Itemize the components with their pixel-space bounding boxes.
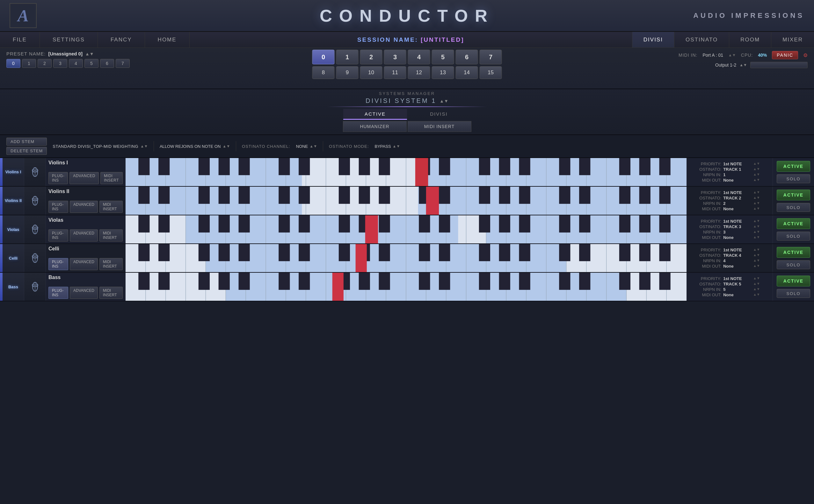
ch-12[interactable]: 12 bbox=[408, 66, 430, 79]
add-stem-btn[interactable]: ADD STEM bbox=[6, 138, 47, 146]
ostinato-arrows-4[interactable]: ▲▼ bbox=[753, 282, 769, 286]
tab-active[interactable]: ACTIVE bbox=[343, 109, 407, 120]
plugins-btn-0[interactable]: PLUG-INS bbox=[48, 172, 68, 184]
ch-2[interactable]: 2 bbox=[360, 50, 382, 64]
ch-1[interactable]: 1 bbox=[336, 50, 358, 64]
nav-room[interactable]: ROOM bbox=[729, 32, 771, 47]
svg-rect-260 bbox=[198, 273, 210, 290]
ch-7[interactable]: 7 bbox=[480, 50, 502, 64]
solo-btn-3[interactable]: SOLO bbox=[777, 260, 810, 269]
preset-slot-7[interactable]: 7 bbox=[116, 59, 130, 68]
nrpn-arrows-0[interactable]: ▲▼ bbox=[753, 172, 769, 177]
nav-divisi[interactable]: DIVISI bbox=[632, 32, 674, 47]
preset-slot-3[interactable]: 3 bbox=[53, 59, 67, 68]
ch-10[interactable]: 10 bbox=[360, 66, 382, 79]
nav-fancy[interactable]: FANCY bbox=[98, 32, 145, 47]
nav-home[interactable]: HOME bbox=[145, 32, 190, 47]
tab-humanizer[interactable]: HUMANIZER bbox=[343, 121, 407, 132]
active-btn-4[interactable]: ACTIVE bbox=[777, 276, 810, 286]
priority-arrows-2[interactable]: ▲▼ bbox=[753, 219, 769, 224]
ch-8[interactable]: 8 bbox=[312, 66, 335, 79]
preset-slot-0[interactable]: 0 bbox=[6, 59, 20, 68]
priority-arrows-3[interactable]: ▲▼ bbox=[753, 248, 769, 252]
stems-container: Violins I Violins I PLUG-INS ADVANCED MI… bbox=[0, 158, 814, 301]
stem-name-1: Violins II bbox=[48, 189, 123, 194]
delete-stem-btn[interactable]: DELETE STEM bbox=[6, 147, 47, 155]
preset-slot-1[interactable]: 1 bbox=[22, 59, 36, 68]
ch-14[interactable]: 14 bbox=[456, 66, 478, 79]
ch-5[interactable]: 5 bbox=[432, 50, 454, 64]
ch-15[interactable]: 15 bbox=[480, 66, 502, 79]
active-btn-0[interactable]: ACTIVE bbox=[777, 161, 810, 172]
solo-btn-1[interactable]: SOLO bbox=[777, 203, 810, 212]
output-arrows-icon[interactable]: ▲▼ bbox=[739, 63, 747, 67]
ostinato-mode-arrows[interactable]: ▲▼ bbox=[392, 144, 400, 148]
rejoins-arrows[interactable]: ▲▼ bbox=[222, 144, 230, 148]
nav-ostinato[interactable]: OSTINATO bbox=[674, 32, 729, 47]
svg-rect-164 bbox=[579, 215, 590, 233]
divisi-system-arrows[interactable]: ▲▼ bbox=[440, 98, 449, 104]
preset-slot-6[interactable]: 6 bbox=[100, 59, 114, 68]
priority-arrows-1[interactable]: ▲▼ bbox=[753, 190, 769, 195]
priority-arrows-4[interactable]: ▲▼ bbox=[753, 276, 769, 281]
solo-btn-2[interactable]: SOLO bbox=[777, 232, 810, 241]
weighting-arrows[interactable]: ▲▼ bbox=[140, 144, 148, 148]
preset-slot-4[interactable]: 4 bbox=[69, 59, 83, 68]
preset-slot-2[interactable]: 2 bbox=[38, 59, 52, 68]
midiout-arrows-3[interactable]: ▲▼ bbox=[753, 264, 769, 269]
active-btn-1[interactable]: ACTIVE bbox=[777, 190, 810, 200]
preset-arrows-icon[interactable]: ▲▼ bbox=[85, 51, 94, 56]
nrpn-arrows-1[interactable]: ▲▼ bbox=[753, 201, 769, 206]
plugins-btn-3[interactable]: PLUG-INS bbox=[48, 258, 68, 270]
midi-insert-btn-4[interactable]: MIDI INSERT bbox=[99, 287, 123, 299]
midi-insert-btn-2[interactable]: MIDI INSERT bbox=[99, 229, 123, 241]
midiout-arrows-4[interactable]: ▲▼ bbox=[753, 292, 769, 297]
tab-midi-insert[interactable]: MIDI INSERT bbox=[408, 121, 472, 132]
advanced-btn-4[interactable]: ADVANCED bbox=[70, 287, 98, 299]
ch-0[interactable]: 0 bbox=[312, 50, 335, 64]
priority-arrows-0[interactable]: ▲▼ bbox=[753, 162, 769, 166]
active-btn-3[interactable]: ACTIVE bbox=[777, 247, 810, 258]
midiout-arrows-1[interactable]: ▲▼ bbox=[753, 206, 769, 211]
tab-divisi[interactable]: DIVISI bbox=[407, 109, 471, 120]
advanced-btn-3[interactable]: ADVANCED bbox=[70, 258, 98, 270]
nrpn-arrows-2[interactable]: ▲▼ bbox=[753, 230, 769, 234]
advanced-btn-2[interactable]: ADVANCED bbox=[70, 229, 98, 241]
ch-11[interactable]: 11 bbox=[384, 66, 406, 79]
solo-btn-4[interactable]: SOLO bbox=[777, 289, 810, 298]
ostinato-arrows-3[interactable]: ▲▼ bbox=[753, 253, 769, 258]
ch-6[interactable]: 6 bbox=[456, 50, 478, 64]
solo-btn-0[interactable]: SOLO bbox=[777, 174, 810, 183]
ch-9[interactable]: 9 bbox=[336, 66, 358, 79]
ostinato-mode-value: BYPASS bbox=[375, 144, 391, 149]
midiout-arrows-0[interactable]: ▲▼ bbox=[753, 178, 769, 183]
midi-in-arrows[interactable]: ▲▼ bbox=[728, 53, 736, 57]
ostinato-arrows-0[interactable]: ▲▼ bbox=[753, 167, 769, 172]
plugins-btn-1[interactable]: PLUG-INS bbox=[48, 201, 68, 213]
nrpn-val-3: 4 bbox=[723, 258, 751, 263]
midi-insert-btn-3[interactable]: MIDI INSERT bbox=[99, 258, 123, 270]
plugins-btn-4[interactable]: PLUG-INS bbox=[48, 287, 68, 299]
nav-mixer[interactable]: MIXER bbox=[771, 32, 814, 47]
preset-slot-5[interactable]: 5 bbox=[84, 59, 98, 68]
panic-button[interactable]: PANIC bbox=[772, 51, 798, 59]
plugins-btn-2[interactable]: PLUG-INS bbox=[48, 229, 68, 241]
midi-insert-btn-0[interactable]: MIDI INSERT bbox=[100, 172, 123, 184]
ostinato-arrows-1[interactable]: ▲▼ bbox=[753, 196, 769, 200]
nav-file[interactable]: FILE bbox=[0, 32, 40, 47]
svg-rect-54 bbox=[659, 158, 671, 175]
nav-settings[interactable]: SETTINGS bbox=[40, 32, 98, 47]
nrpn-arrows-3[interactable]: ▲▼ bbox=[753, 258, 769, 263]
ch-3[interactable]: 3 bbox=[384, 50, 406, 64]
ostinato-channel-arrows[interactable]: ▲▼ bbox=[309, 144, 317, 148]
ch-13[interactable]: 13 bbox=[432, 66, 454, 79]
svg-rect-48 bbox=[499, 158, 510, 175]
midi-insert-btn-1[interactable]: MIDI INSERT bbox=[99, 201, 123, 213]
ostinato-arrows-2[interactable]: ▲▼ bbox=[753, 224, 769, 229]
advanced-btn-1[interactable]: ADVANCED bbox=[70, 201, 98, 213]
advanced-btn-0[interactable]: ADVANCED bbox=[69, 172, 99, 184]
active-btn-2[interactable]: ACTIVE bbox=[777, 218, 810, 229]
ch-4[interactable]: 4 bbox=[408, 50, 430, 64]
midiout-arrows-2[interactable]: ▲▼ bbox=[753, 235, 769, 240]
nrpn-arrows-4[interactable]: ▲▼ bbox=[753, 287, 769, 292]
